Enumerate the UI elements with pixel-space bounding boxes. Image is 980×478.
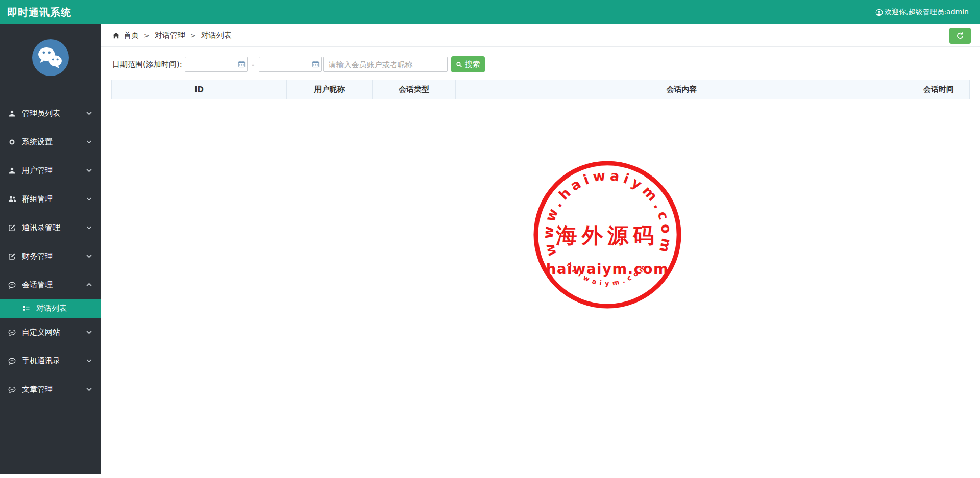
search-form: 日期范围(添加时间): - xyxy=(112,56,980,72)
sidebar-subitem-label: 对话列表 xyxy=(36,304,67,313)
chevron-down-icon xyxy=(86,225,92,230)
chevron-down-icon xyxy=(86,111,92,115)
sidebar-item-2[interactable]: 系统设置 xyxy=(0,128,101,156)
breadcrumb-item-3: 对话列表 xyxy=(201,31,232,40)
search-icon xyxy=(456,61,462,68)
sidebar-item-10[interactable]: 文章管理 xyxy=(0,375,101,404)
sidebar-item-label: 群组管理 xyxy=(22,194,53,204)
sidebar-item-3[interactable]: 用户管理 xyxy=(0,156,101,185)
sidebar-item-label: 自定义网站 xyxy=(22,328,60,337)
sidebar-item-label: 管理员列表 xyxy=(22,109,60,118)
stamp-center-cn-text: 海外源码 xyxy=(555,223,658,248)
date-range-dash: - xyxy=(252,60,255,69)
column-header: 会话类型 xyxy=(373,80,456,99)
breadcrumb-separator: > xyxy=(190,32,196,39)
sidebar-item-8[interactable]: 自定义网站 xyxy=(0,318,101,346)
sidebar-item-label: 用户管理 xyxy=(22,166,53,175)
main-content: 首页>对话管理>对话列表 日期范围(添加时间): xyxy=(101,24,980,478)
svg-text:www.haiwaiym.com: www.haiwaiym.com xyxy=(540,167,675,258)
sidebar-item-label: 文章管理 xyxy=(22,385,53,394)
chevron-down-icon xyxy=(86,359,92,363)
chevron-up-icon xyxy=(86,283,92,287)
sidebar-item-9[interactable]: 手机通讯录 xyxy=(0,346,101,375)
conversation-table: ID用户昵称会话类型会话内容会话时间 xyxy=(111,80,970,99)
home-icon xyxy=(112,32,120,39)
column-header: 会话内容 xyxy=(456,80,908,99)
refresh-icon xyxy=(956,32,964,40)
keyword-input[interactable] xyxy=(323,57,448,72)
sidebar-item-6[interactable]: 财务管理 xyxy=(0,242,101,270)
welcome-label: 欢迎你,超级管理员:admin xyxy=(885,8,969,17)
sidebar-menu: 管理员列表 系统设置 用户管理 群组管理 通讯录管理 财务管理 会话管理 对话列… xyxy=(0,99,101,404)
svg-text:haiwaiym.com: haiwaiym.com xyxy=(565,261,650,287)
chevron-down-icon xyxy=(86,197,92,201)
welcome-text: 欢迎你,超级管理员:admin xyxy=(875,0,969,24)
refresh-button[interactable] xyxy=(949,28,971,44)
comment-icon xyxy=(8,386,17,393)
gear-icon xyxy=(8,138,17,146)
breadcrumb-item-1[interactable]: 首页 xyxy=(124,31,139,40)
comment-icon xyxy=(8,281,17,289)
date-to-wrap xyxy=(259,57,322,72)
chevron-down-icon xyxy=(86,330,92,334)
sidebar-item-5[interactable]: 通讯录管理 xyxy=(0,213,101,242)
comment-icon xyxy=(8,329,17,336)
sidebar-item-4[interactable]: 群组管理 xyxy=(0,185,101,213)
app-title: 即时通讯系统 xyxy=(7,0,71,24)
list-icon xyxy=(22,305,31,312)
sidebar-item-1[interactable]: 管理员列表 xyxy=(0,99,101,128)
wechat-logo-icon xyxy=(32,39,69,77)
haiwaiym-watermark-stamp: www.haiwaiym.com 海外源码 haiwaiym.com haiwa… xyxy=(532,159,683,310)
stamp-bottom-arc-text: haiwaiym.com xyxy=(565,261,650,287)
date-from-wrap xyxy=(185,57,248,72)
edit-icon xyxy=(8,224,17,232)
sidebar-item-label: 财务管理 xyxy=(22,251,53,261)
chevron-down-icon xyxy=(86,387,92,391)
users-icon xyxy=(8,195,17,203)
sidebar-subitem-对话列表[interactable]: 对话列表 xyxy=(0,299,101,318)
breadcrumb: 首页>对话管理>对话列表 xyxy=(101,24,980,47)
user-icon xyxy=(8,167,17,174)
chevron-down-icon xyxy=(86,254,92,258)
user-icon xyxy=(8,110,17,117)
stamp-top-arc-text: www.haiwaiym.com xyxy=(540,167,675,258)
calendar-icon[interactable] xyxy=(238,60,246,68)
search-button-label: 搜索 xyxy=(465,60,480,69)
comment-icon xyxy=(8,357,17,365)
sidebar-item-label: 手机通讯录 xyxy=(22,356,60,366)
column-header: ID xyxy=(112,80,287,99)
column-header: 用户昵称 xyxy=(286,80,372,99)
user-circle-icon xyxy=(875,9,883,16)
chevron-down-icon xyxy=(86,168,92,172)
app-header: 即时通讯系统 欢迎你,超级管理员:admin xyxy=(0,0,980,24)
stamp-center-en-text: haiwaiym.com xyxy=(546,261,669,278)
breadcrumb-item-2[interactable]: 对话管理 xyxy=(155,31,185,40)
sidebar: 管理员列表 系统设置 用户管理 群组管理 通讯录管理 财务管理 会话管理 对话列… xyxy=(0,24,101,474)
breadcrumb-separator: > xyxy=(144,32,150,39)
search-button[interactable]: 搜索 xyxy=(451,56,485,72)
date-range-label: 日期范围(添加时间): xyxy=(112,60,182,69)
column-header: 会话时间 xyxy=(908,80,969,99)
chevron-down-icon xyxy=(86,140,92,144)
edit-icon xyxy=(8,253,17,260)
sidebar-item-label: 系统设置 xyxy=(22,137,53,147)
sidebar-item-label: 通讯录管理 xyxy=(22,223,60,233)
sidebar-item-label: 会话管理 xyxy=(22,280,53,290)
sidebar-item-7[interactable]: 会话管理 xyxy=(0,270,101,299)
calendar-icon[interactable] xyxy=(312,60,320,68)
